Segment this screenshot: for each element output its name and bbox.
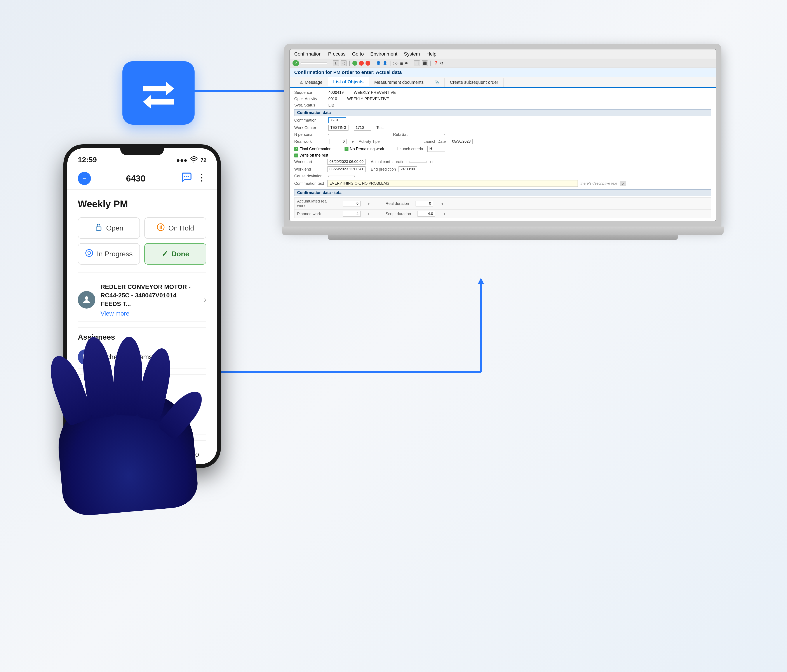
no-remaining-work-checkbox[interactable]: ✓ No Remaining work	[345, 147, 384, 151]
real-duration-h[interactable]: 0	[416, 201, 433, 206]
text-expand-btn[interactable]: ▷	[620, 180, 626, 186]
toolbar-separator-5	[411, 60, 411, 66]
confirmation-value[interactable]: 7231	[328, 117, 346, 123]
rubr-sal-label: RubrSal.	[393, 132, 424, 137]
launch-criteria-field[interactable]: H	[427, 146, 445, 152]
script-duration-label: Script duration	[386, 212, 411, 216]
laptop-container: Confirmation Process Go to Environment S…	[284, 44, 721, 240]
n-personal-field[interactable]	[328, 134, 346, 135]
end-prediction-group: End prediction 24:00:00	[371, 166, 417, 172]
on-hold-button[interactable]: On Hold	[144, 217, 206, 239]
sap-nav-tabs: ⚠ Message List of Objects Measurement do…	[290, 77, 716, 88]
sap-form: Sequence 4000419 WEEKLY PREVENTIVE Oper.…	[290, 88, 716, 221]
window-icon-2[interactable]: ⬛	[422, 60, 428, 66]
view-more-link[interactable]: View more	[101, 310, 199, 317]
window-icon[interactable]: ⬜	[414, 60, 420, 66]
open-label: Open	[106, 224, 123, 232]
confirmation-data-header: Confirmation data	[294, 109, 711, 116]
toolbar-separator-4	[390, 60, 390, 66]
stop-icon[interactable]: ◼	[400, 61, 403, 65]
question-icon[interactable]: ❓	[433, 61, 438, 66]
svg-point-10	[157, 224, 164, 231]
pause-icon	[156, 223, 165, 233]
work-end-group: Work end 05/29/2023 12:00:41	[294, 166, 365, 172]
equipment-row[interactable]: REDLER CONVEYOR MOTOR - RC44-25C - 34804…	[78, 278, 206, 322]
tab-list-objects[interactable]: List of Objects	[328, 77, 369, 87]
svg-point-7	[186, 176, 187, 177]
toolbar-nav-prev[interactable]: ◁	[341, 60, 347, 66]
menu-system[interactable]: System	[404, 51, 420, 57]
work-end-value[interactable]: 05/29/2023 12:00:41	[327, 166, 365, 172]
n-personal-row: N personal RubrSal.	[294, 132, 711, 137]
accumulated-h[interactable]: 0	[343, 201, 360, 206]
planned-work-h[interactable]: 4	[343, 211, 360, 217]
toolbar-nav-first[interactable]: ⟪	[333, 60, 339, 66]
launch-date-value[interactable]: 05/30/2023	[450, 139, 473, 144]
arrow-icon[interactable]: ▷▷	[393, 61, 398, 65]
write-off-checkbox[interactable]: ✓ Write off the rest	[294, 153, 328, 158]
green-check-icon: ✓	[292, 60, 299, 66]
menu-confirmation[interactable]: Confirmation	[294, 51, 322, 57]
work-center-value[interactable]: TESTING	[328, 125, 348, 131]
signal-icon: ●●●	[176, 157, 188, 164]
work-center-row: Work Center TESTING 1710 Test	[294, 125, 711, 131]
final-confirmation-label: Final Confirmation	[300, 147, 332, 151]
done-button[interactable]: ✓ Done	[144, 243, 206, 265]
paperclip-icon: 📎	[435, 80, 439, 85]
svg-point-14	[85, 296, 88, 300]
laptop-bezel: Confirmation Process Go to Environment S…	[284, 44, 721, 226]
actual-conf-h: H	[430, 160, 433, 164]
gear-icon[interactable]: ⚙	[440, 61, 444, 66]
descriptive-text-hint: there's descriptive text	[580, 181, 617, 186]
work-start-label: Work start	[294, 160, 325, 164]
cause-deviation-field[interactable]	[328, 176, 355, 177]
tab-subsequent-order[interactable]: Create subsequent order	[445, 77, 504, 87]
menu-goto[interactable]: Go to	[352, 51, 364, 57]
wifi-icon	[190, 157, 198, 164]
work-end-label: Work end	[294, 167, 325, 172]
sap-toolbar: ✓ ⟪ ◁ 👤 👤 ▷▷ ◼ ⏺	[290, 59, 716, 68]
end-prediction-value[interactable]: 24:00:00	[398, 166, 417, 172]
in-progress-button[interactable]: In Progress	[78, 243, 140, 265]
toolbar-input[interactable]	[301, 63, 327, 64]
back-button[interactable]: ←	[78, 172, 91, 185]
activity-tipe-field[interactable]	[384, 141, 406, 142]
confirmation-text-value[interactable]: EVERYTHING OK, NO PROBLEMS	[327, 180, 578, 187]
open-button[interactable]: Open	[78, 217, 140, 239]
check-icon: ✓	[161, 249, 168, 258]
syst-status-value: LIB	[328, 103, 334, 108]
script-duration-h[interactable]: 4.0	[417, 211, 435, 217]
status-red-circle-2	[365, 61, 370, 66]
syst-status-label: Syst. Status	[294, 103, 325, 108]
real-duration-unit: H	[441, 202, 443, 206]
launch-criteria-label: Launch criteria	[397, 147, 423, 151]
in-progress-label: In Progress	[97, 250, 133, 258]
real-work-h[interactable]: 6	[329, 139, 347, 144]
accumulated-unit: H	[368, 202, 370, 206]
rubr-sal-field[interactable]	[427, 134, 445, 135]
laptop-base	[282, 226, 724, 235]
final-confirmation-checkbox[interactable]: ✓ Final Confirmation	[294, 147, 332, 151]
work-center-num[interactable]: 1710	[354, 125, 371, 131]
work-start-value[interactable]: 05/29/2023 06:00:00	[327, 159, 365, 164]
launch-date-label: Launch Date	[424, 139, 446, 144]
chat-icon[interactable]	[180, 172, 192, 185]
refresh-icon	[85, 249, 93, 259]
end-prediction-label: End prediction	[371, 167, 396, 172]
tab-attachment[interactable]: 📎	[429, 77, 445, 87]
confirmation-text-row: Confirmation text EVERYTHING OK, NO PROB…	[294, 180, 711, 187]
tab-message[interactable]: ⚠ Message	[294, 77, 328, 87]
laptop-screen: Confirmation Process Go to Environment S…	[289, 49, 716, 221]
actual-conf-field[interactable]	[409, 161, 427, 163]
menu-environment[interactable]: Environment	[370, 51, 397, 57]
play-icon[interactable]: ⏺	[405, 61, 408, 65]
menu-process[interactable]: Process	[328, 51, 345, 57]
tab-measurement[interactable]: Measurement documents	[369, 77, 429, 87]
confirmation-label: Confirmation	[294, 118, 325, 123]
write-off-label: Write off the rest	[300, 153, 328, 158]
oper-activity-label: Oper. Activity	[294, 96, 325, 101]
work-start-group: Work start 05/29/2023 06:00:00	[294, 159, 365, 164]
menu-help[interactable]: Help	[427, 51, 436, 57]
more-options-icon[interactable]: ⋮	[197, 172, 206, 185]
oper-activity-desc: WEEKLY PREVENTIVE	[347, 96, 389, 101]
